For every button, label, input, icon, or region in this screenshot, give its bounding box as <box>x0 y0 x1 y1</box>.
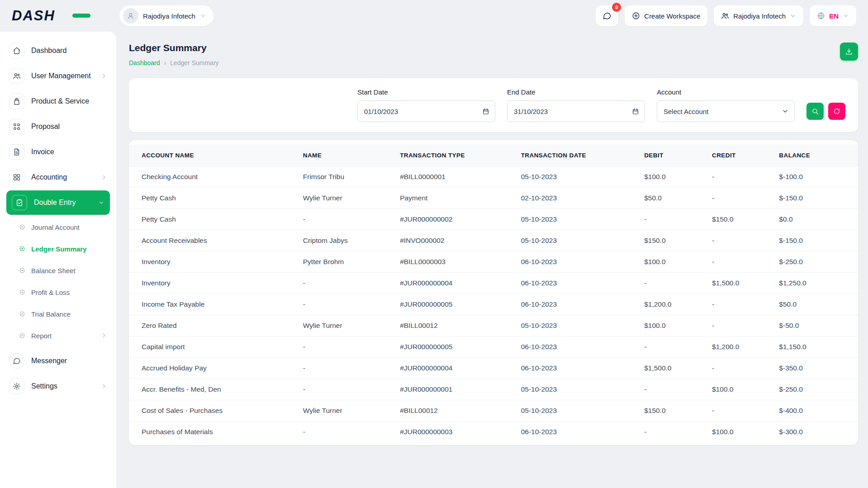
cell-transaction-date: 05-10-2023 <box>515 400 638 422</box>
sidebar-subitem-trial-balance[interactable]: Trial Balance <box>0 303 116 325</box>
header-actions: 0 Create Workspace Rajodiya Infotech EN <box>596 5 856 26</box>
sidebar-subitem-balance-sheet[interactable]: Balance Sheet <box>0 260 116 281</box>
search-button[interactable] <box>806 103 824 120</box>
cell-account-name: Account Receivables <box>129 230 297 251</box>
table-row: Inventory Pytter Brohm #BILL0000003 06-1… <box>129 251 858 273</box>
sidebar-subitem-ledger-summary[interactable]: Ledger Summary <box>0 238 116 260</box>
workspace-selector[interactable]: Rajodiya Infotech <box>119 5 213 26</box>
cell-debit: - <box>638 379 706 400</box>
table-row: Income Tax Payable - #JUR000000005 06-10… <box>129 294 858 315</box>
cell-debit: $100.0 <box>638 315 706 336</box>
account-select[interactable]: Select Account <box>657 100 795 122</box>
globe-icon <box>817 12 825 20</box>
cell-transaction-date: 06-10-2023 <box>515 422 638 443</box>
start-date-input[interactable] <box>357 100 495 122</box>
sidebar-item-label: Product & Service <box>31 97 89 105</box>
chat-icon <box>9 353 24 369</box>
cell-transaction-type: #BILL00012 <box>394 315 515 336</box>
cell-name: - <box>297 273 394 294</box>
messages-button[interactable]: 0 <box>596 5 618 26</box>
cell-credit: - <box>706 358 773 379</box>
chevron-down-icon <box>790 13 796 19</box>
sidebar-item-settings[interactable]: Settings <box>0 374 116 399</box>
sidebar-item-user-management[interactable]: User Management <box>0 63 116 89</box>
sidebar-subitem-label: Report <box>31 332 52 340</box>
sidebar-subitem-label: Journal Account <box>31 223 80 231</box>
create-workspace-button[interactable]: Create Workspace <box>625 5 707 26</box>
cell-balance: $-100.0 <box>773 166 858 188</box>
cell-account-name: Petty Cash <box>129 188 297 209</box>
cell-account-name: Inventory <box>129 251 297 273</box>
cell-transaction-date: 06-10-2023 <box>515 251 638 273</box>
sidebar-item-double-entry[interactable]: Double Entry <box>6 190 110 215</box>
sidebar-item-dashboard[interactable]: Dashboard <box>0 38 116 63</box>
cell-credit: $1,200.0 <box>706 336 773 358</box>
sidebar-item-accounting[interactable]: Accounting <box>0 165 116 190</box>
sidebar-subitem-label: Ledger Summary <box>31 245 87 253</box>
cell-name: Criptom Jabys <box>297 230 394 251</box>
cell-transaction-type: #JUR000000002 <box>394 209 515 230</box>
app-logo[interactable]: DASH <box>12 8 119 24</box>
company-selector[interactable]: Rajodiya Infotech <box>714 5 803 26</box>
sidebar-subitem-profit-loss[interactable]: Profit & Loss <box>0 281 116 303</box>
reset-button[interactable] <box>828 103 845 120</box>
end-date-input[interactable] <box>507 100 645 122</box>
bullet-icon <box>19 267 25 274</box>
main-content: Ledger Summary Dashboard › Ledger Summar… <box>129 32 858 445</box>
table-row: Purchases of Materials - #JUR000000003 0… <box>129 422 858 443</box>
table-row: Accr. Benefits - Med, Den - #JUR00000000… <box>129 379 858 400</box>
bullet-icon <box>19 289 25 295</box>
cell-debit: - <box>638 273 706 294</box>
cell-transaction-date: 05-10-2023 <box>515 315 638 336</box>
cell-debit: $100.0 <box>638 166 706 188</box>
cell-name: - <box>297 379 394 400</box>
gear-icon <box>9 379 24 394</box>
start-date-field: Start Date <box>357 88 495 122</box>
cell-account-name: Accrued Holiday Pay <box>129 358 297 379</box>
cell-transaction-type: #JUR000000005 <box>394 294 515 315</box>
cell-transaction-type: #BILL0000001 <box>394 166 515 188</box>
table-row: Account Receivables Criptom Jabys #INVO0… <box>129 230 858 251</box>
cell-transaction-type: #JUR000000005 <box>394 336 515 358</box>
cell-credit: - <box>706 188 773 209</box>
cell-account-name: Purchases of Materials <box>129 422 297 443</box>
cell-transaction-type: #JUR000000001 <box>394 379 515 400</box>
bullet-icon <box>19 332 25 339</box>
double-entry-submenu: Journal Account Ledger Summary Balance S… <box>0 215 116 348</box>
sidebar-item-product-service[interactable]: Product & Service <box>0 89 116 114</box>
sidebar-item-messenger[interactable]: Messenger <box>0 348 116 374</box>
cell-debit: - <box>638 336 706 358</box>
cell-transaction-type: #BILL0000003 <box>394 251 515 273</box>
cell-balance: $-250.0 <box>773 379 858 400</box>
breadcrumb-dashboard-link[interactable]: Dashboard <box>129 59 160 66</box>
page-header: Ledger Summary Dashboard › Ledger Summar… <box>129 43 858 66</box>
cell-account-name: Capital import <box>129 336 297 358</box>
sidebar-subitem-label: Profit & Loss <box>31 289 70 296</box>
top-header: DASH Rajodiya Infotech 0 Create Workspac… <box>0 0 868 32</box>
start-date-label: Start Date <box>357 88 495 96</box>
sidebar-subitem-report[interactable]: Report <box>0 325 116 346</box>
language-selector[interactable]: EN <box>810 5 856 26</box>
table-row: Petty Cash - #JUR000000002 05-10-2023 - … <box>129 209 858 230</box>
col-header-transaction-type: TRANSACTION TYPE <box>394 145 515 166</box>
sidebar-item-proposal[interactable]: Proposal <box>0 114 116 139</box>
col-header-debit: DEBIT <box>638 145 706 166</box>
sidebar-item-label: Accounting <box>31 173 67 181</box>
ledger-table-body: Checking Account Frimsor Tribu #BILL0000… <box>129 166 858 443</box>
page-title: Ledger Summary <box>129 43 219 53</box>
download-button[interactable] <box>840 43 858 61</box>
squares-grid-icon <box>9 170 24 185</box>
table-header-row: ACCOUNT NAME NAME TRANSACTION TYPE TRANS… <box>129 145 858 166</box>
col-header-account-name: ACCOUNT NAME <box>129 145 297 166</box>
cell-credit: $100.0 <box>706 379 773 400</box>
sidebar-item-label: Proposal <box>31 123 60 131</box>
sidebar-subitem-journal-account[interactable]: Journal Account <box>0 216 116 238</box>
cell-balance: $-150.0 <box>773 230 858 251</box>
chevron-down-icon <box>843 13 849 19</box>
cell-transaction-date: 06-10-2023 <box>515 294 638 315</box>
sidebar-item-invoice[interactable]: Invoice <box>0 139 116 165</box>
end-date-label: End Date <box>507 88 645 96</box>
calendar-icon[interactable] <box>632 108 639 115</box>
calendar-icon[interactable] <box>482 108 489 115</box>
sidebar-nav: Dashboard User Management Product & Serv… <box>0 38 116 399</box>
